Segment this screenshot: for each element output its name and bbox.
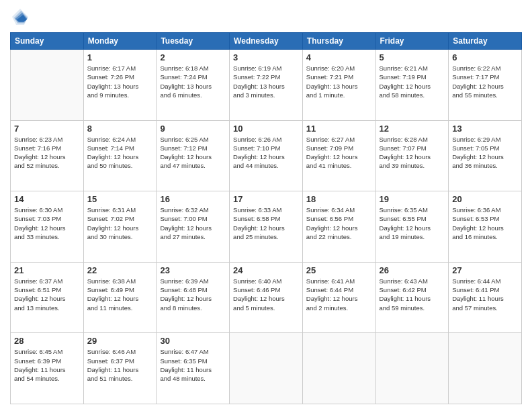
- calendar-cell: 12Sunrise: 6:28 AM Sunset: 7:07 PM Dayli…: [375, 120, 449, 191]
- day-info: Sunrise: 6:41 AM Sunset: 6:44 PM Dayligh…: [306, 277, 372, 312]
- calendar-body: 1Sunrise: 6:17 AM Sunset: 7:26 PM Daylig…: [11, 50, 522, 404]
- calendar-cell: 17Sunrise: 6:33 AM Sunset: 6:58 PM Dayli…: [230, 191, 303, 263]
- day-info: Sunrise: 6:34 AM Sunset: 6:56 PM Dayligh…: [306, 205, 372, 241]
- calendar-cell: 28Sunrise: 6:45 AM Sunset: 6:39 PM Dayli…: [11, 333, 84, 404]
- calendar-cell: 20Sunrise: 6:36 AM Sunset: 6:53 PM Dayli…: [449, 191, 522, 263]
- calendar-cell: 24Sunrise: 6:40 AM Sunset: 6:46 PM Dayli…: [230, 262, 303, 333]
- calendar-cell: 13Sunrise: 6:29 AM Sunset: 7:05 PM Dayli…: [449, 120, 522, 191]
- day-info: Sunrise: 6:17 AM Sunset: 7:26 PM Dayligh…: [87, 64, 153, 99]
- day-info: Sunrise: 6:22 AM Sunset: 7:17 PM Dayligh…: [452, 64, 518, 99]
- calendar-cell: 3Sunrise: 6:19 AM Sunset: 7:22 PM Daylig…: [230, 50, 303, 121]
- day-number: 22: [87, 265, 153, 275]
- day-number: 12: [380, 124, 445, 134]
- calendar-cell: 9Sunrise: 6:25 AM Sunset: 7:12 PM Daylig…: [157, 120, 230, 191]
- day-number: 21: [14, 265, 80, 275]
- day-info: Sunrise: 6:20 AM Sunset: 7:21 PM Dayligh…: [306, 64, 372, 99]
- calendar-cell: 4Sunrise: 6:20 AM Sunset: 7:21 PM Daylig…: [302, 50, 375, 121]
- day-header: Thursday: [302, 33, 375, 50]
- day-info: Sunrise: 6:27 AM Sunset: 7:09 PM Dayligh…: [306, 135, 372, 171]
- calendar-cell: 5Sunrise: 6:21 AM Sunset: 7:19 PM Daylig…: [375, 50, 449, 121]
- day-number: 11: [306, 124, 372, 134]
- calendar-cell: 30Sunrise: 6:47 AM Sunset: 6:35 PM Dayli…: [157, 333, 230, 404]
- day-info: Sunrise: 6:31 AM Sunset: 7:02 PM Dayligh…: [87, 205, 153, 241]
- page: SundayMondayTuesdayWednesdayThursdayFrid…: [0, 0, 532, 411]
- day-number: 24: [233, 265, 299, 275]
- day-header: Wednesday: [230, 33, 303, 50]
- day-info: Sunrise: 6:35 AM Sunset: 6:55 PM Dayligh…: [380, 205, 445, 241]
- header: [10, 7, 522, 27]
- calendar-cell: 7Sunrise: 6:23 AM Sunset: 7:16 PM Daylig…: [11, 120, 84, 191]
- day-number: 4: [306, 52, 372, 62]
- day-info: Sunrise: 6:33 AM Sunset: 6:58 PM Dayligh…: [233, 205, 299, 241]
- week-row: 21Sunrise: 6:37 AM Sunset: 6:51 PM Dayli…: [11, 262, 522, 333]
- day-info: Sunrise: 6:23 AM Sunset: 7:16 PM Dayligh…: [14, 135, 80, 171]
- week-row: 7Sunrise: 6:23 AM Sunset: 7:16 PM Daylig…: [11, 120, 522, 191]
- week-row: 1Sunrise: 6:17 AM Sunset: 7:26 PM Daylig…: [11, 50, 522, 121]
- day-number: 28: [14, 336, 80, 346]
- day-number: 1: [87, 52, 153, 62]
- day-info: Sunrise: 6:18 AM Sunset: 7:24 PM Dayligh…: [160, 64, 226, 99]
- logo: [10, 7, 33, 27]
- calendar-cell: [375, 333, 449, 404]
- day-header: Friday: [375, 33, 449, 50]
- day-info: Sunrise: 6:29 AM Sunset: 7:05 PM Dayligh…: [452, 135, 518, 171]
- day-number: 19: [380, 194, 445, 204]
- day-number: 6: [452, 52, 518, 62]
- calendar-cell: 29Sunrise: 6:46 AM Sunset: 6:37 PM Dayli…: [83, 333, 157, 404]
- calendar-cell: 21Sunrise: 6:37 AM Sunset: 6:51 PM Dayli…: [11, 262, 84, 333]
- day-header: Tuesday: [157, 33, 230, 50]
- calendar-cell: [230, 333, 303, 404]
- day-info: Sunrise: 6:39 AM Sunset: 6:48 PM Dayligh…: [160, 277, 226, 312]
- day-number: 25: [306, 265, 372, 275]
- day-header: Monday: [83, 33, 157, 50]
- day-number: 15: [87, 194, 153, 204]
- day-info: Sunrise: 6:21 AM Sunset: 7:19 PM Dayligh…: [380, 64, 445, 99]
- day-info: Sunrise: 6:40 AM Sunset: 6:46 PM Dayligh…: [233, 277, 299, 312]
- day-number: 17: [233, 194, 299, 204]
- calendar-cell: 11Sunrise: 6:27 AM Sunset: 7:09 PM Dayli…: [302, 120, 375, 191]
- day-info: Sunrise: 6:38 AM Sunset: 6:49 PM Dayligh…: [87, 277, 153, 312]
- day-info: Sunrise: 6:19 AM Sunset: 7:22 PM Dayligh…: [233, 64, 299, 99]
- day-info: Sunrise: 6:25 AM Sunset: 7:12 PM Dayligh…: [160, 135, 226, 171]
- calendar-cell: 16Sunrise: 6:32 AM Sunset: 7:00 PM Dayli…: [157, 191, 230, 263]
- calendar-cell: 10Sunrise: 6:26 AM Sunset: 7:10 PM Dayli…: [230, 120, 303, 191]
- calendar-cell: 27Sunrise: 6:44 AM Sunset: 6:41 PM Dayli…: [449, 262, 522, 333]
- calendar-cell: 2Sunrise: 6:18 AM Sunset: 7:24 PM Daylig…: [157, 50, 230, 121]
- calendar-cell: 14Sunrise: 6:30 AM Sunset: 7:03 PM Dayli…: [11, 191, 84, 263]
- day-info: Sunrise: 6:36 AM Sunset: 6:53 PM Dayligh…: [452, 205, 518, 241]
- calendar-cell: 8Sunrise: 6:24 AM Sunset: 7:14 PM Daylig…: [83, 120, 157, 191]
- day-info: Sunrise: 6:43 AM Sunset: 6:42 PM Dayligh…: [380, 277, 445, 312]
- day-number: 9: [160, 124, 226, 134]
- calendar-cell: 22Sunrise: 6:38 AM Sunset: 6:49 PM Dayli…: [83, 262, 157, 333]
- calendar-cell: 19Sunrise: 6:35 AM Sunset: 6:55 PM Dayli…: [375, 191, 449, 263]
- day-info: Sunrise: 6:45 AM Sunset: 6:39 PM Dayligh…: [14, 347, 80, 383]
- day-number: 7: [14, 124, 80, 134]
- calendar-cell: [302, 333, 375, 404]
- day-header: Sunday: [11, 33, 84, 50]
- week-row: 28Sunrise: 6:45 AM Sunset: 6:39 PM Dayli…: [11, 333, 522, 404]
- calendar-cell: 6Sunrise: 6:22 AM Sunset: 7:17 PM Daylig…: [449, 50, 522, 121]
- day-info: Sunrise: 6:47 AM Sunset: 6:35 PM Dayligh…: [160, 347, 226, 383]
- day-number: 27: [452, 265, 518, 275]
- calendar-cell: 26Sunrise: 6:43 AM Sunset: 6:42 PM Dayli…: [375, 262, 449, 333]
- day-number: 14: [14, 194, 80, 204]
- calendar-cell: 18Sunrise: 6:34 AM Sunset: 6:56 PM Dayli…: [302, 191, 375, 263]
- day-number: 3: [233, 52, 299, 62]
- day-number: 30: [160, 336, 226, 346]
- day-number: 13: [452, 124, 518, 134]
- day-info: Sunrise: 6:28 AM Sunset: 7:07 PM Dayligh…: [380, 135, 445, 171]
- week-row: 14Sunrise: 6:30 AM Sunset: 7:03 PM Dayli…: [11, 191, 522, 263]
- header-row: SundayMondayTuesdayWednesdayThursdayFrid…: [11, 33, 522, 50]
- day-number: 23: [160, 265, 226, 275]
- day-info: Sunrise: 6:46 AM Sunset: 6:37 PM Dayligh…: [87, 347, 153, 383]
- day-info: Sunrise: 6:37 AM Sunset: 6:51 PM Dayligh…: [14, 277, 80, 312]
- logo-icon: [10, 7, 30, 27]
- day-header: Saturday: [449, 33, 522, 50]
- calendar-table: SundayMondayTuesdayWednesdayThursdayFrid…: [10, 32, 522, 404]
- day-info: Sunrise: 6:24 AM Sunset: 7:14 PM Dayligh…: [87, 135, 153, 171]
- day-number: 5: [380, 52, 445, 62]
- day-info: Sunrise: 6:32 AM Sunset: 7:00 PM Dayligh…: [160, 205, 226, 241]
- day-number: 29: [87, 336, 153, 346]
- calendar-cell: [449, 333, 522, 404]
- calendar-header: SundayMondayTuesdayWednesdayThursdayFrid…: [11, 33, 522, 50]
